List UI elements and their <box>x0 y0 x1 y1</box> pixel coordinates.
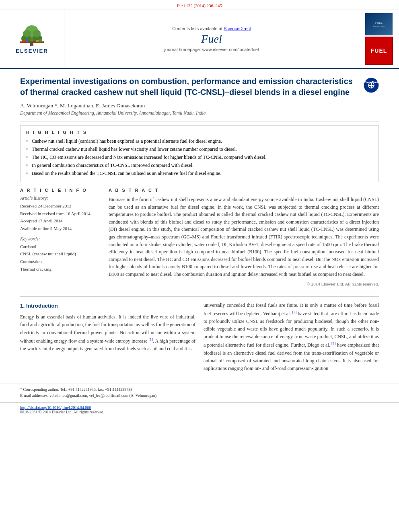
elsevier-logo-area: ELSEVIER <box>0 10 64 68</box>
affiliation: Department of Mechanical Engineering, An… <box>20 111 379 115</box>
section-heading: 1. Introduction <box>20 302 195 310</box>
article-info-heading: A R T I C L E I N F O <box>20 188 101 193</box>
highlights-list: Cashew nut shell liquid (cardanol) has b… <box>26 138 373 177</box>
highlight-item-3: The HC, CO emissions are decreased and N… <box>26 154 373 161</box>
keyword-1: Cardanol <box>20 243 101 251</box>
doi-link[interactable]: http://dx.doi.org/10.1016/j.fuel.2014.04… <box>20 405 91 410</box>
introduction-section: 1. Introduction Energy is an essential b… <box>20 296 379 376</box>
journal-citation: Fuel 132 (2014) 236–245 <box>177 3 222 8</box>
email-note: E-mail addresses: velathi.lec@gmail.com,… <box>20 392 379 398</box>
available-date: Available online 9 May 2014 <box>20 225 101 232</box>
svg-point-5 <box>23 30 31 37</box>
footer-doi[interactable]: http://dx.doi.org/10.1016/j.fuel.2014.04… <box>20 405 91 410</box>
fuel-cover: FUEL journal cover FUEL <box>365 13 393 65</box>
footer-issn: 0016-2361/© 2014 Elsevier Ltd. All right… <box>20 410 379 414</box>
svg-rect-9 <box>26 39 28 42</box>
homepage-label: journal homepage: www.elsevier.com/locat… <box>165 47 259 52</box>
fuel-cover-graphic: FUEL journal cover <box>365 13 393 35</box>
intro-right-text: universally conceded that fossil fuels a… <box>204 302 379 373</box>
ref-1[interactable]: [1] <box>149 337 153 341</box>
keywords-list: Cardanol CNSL (cashew nut shell liquid) … <box>20 243 101 273</box>
intro-right-col: universally conceded that fossil fuels a… <box>204 302 379 376</box>
article-history-heading: Article history: <box>20 196 101 201</box>
fuel-logo-text: FUEL <box>371 47 387 54</box>
highlight-item-5: Based on the results obtained the TC-CNS… <box>26 170 373 177</box>
journal-banner: ELSEVIER Contents lists available at Sci… <box>0 10 399 69</box>
section-number: 1. <box>20 303 25 309</box>
highlight-item-1: Cashew nut shell liquid (cardanol) has b… <box>26 138 373 145</box>
article-title-text: Experimental investigations on combustio… <box>20 76 358 98</box>
keyword-4: Thermal cracking <box>20 265 101 273</box>
keyword-2: CNSL (cashew nut shell liquid) <box>20 250 101 258</box>
journal-name: Fuel <box>201 33 222 45</box>
sciencedirect-label: Contents lists available at <box>172 26 222 31</box>
footer-line: http://dx.doi.org/10.1016/j.fuel.2014.04… <box>20 405 379 410</box>
sciencedirect-link-text: ScienceDirect <box>224 26 251 31</box>
divider-1 <box>20 121 379 121</box>
fuel-logo-area: FUEL journal cover FUEL <box>359 10 399 68</box>
main-content: Experimental investigations on combustio… <box>0 69 399 380</box>
divider-2 <box>20 292 379 292</box>
fuel-logo-box: FUEL <box>365 37 393 65</box>
highlights-heading: H I G H L I G H T S <box>26 130 373 135</box>
article-dates: Received 24 December 2013 Received in re… <box>20 202 101 232</box>
journal-header: Fuel 132 (2014) 236–245 <box>0 0 399 10</box>
elsevier-tree-icon <box>16 25 48 47</box>
intro-left-text: Energy is an essential basis of human ac… <box>20 313 195 353</box>
revised-date: Received in revised form 10 April 2014 <box>20 210 101 218</box>
journal-homepage: journal homepage: www.elsevier.com/locat… <box>165 47 259 52</box>
abstract-col: A B S T R A C T Biomass in the form of c… <box>109 188 379 286</box>
info-abstract-section: A R T I C L E I N F O Article history: R… <box>20 188 379 286</box>
keyword-3: Combustion <box>20 258 101 265</box>
footer-area: http://dx.doi.org/10.1016/j.fuel.2014.04… <box>0 403 399 417</box>
svg-point-6 <box>33 30 41 37</box>
article-info-col: A R T I C L E I N F O Article history: R… <box>20 188 101 286</box>
journal-info-center: Contents lists available at ScienceDirec… <box>64 10 359 68</box>
crossmark-icon: CrossMark <box>364 78 379 93</box>
copyright-line: © 2014 Elsevier Ltd. All rights reserved… <box>109 281 379 286</box>
authors-text: A. Velmurugan *, M. Loganathan, E. James… <box>20 103 145 109</box>
accepted-date: Accepted 17 April 2014 <box>20 217 101 225</box>
article-title-area: Experimental investigations on combustio… <box>20 76 379 98</box>
highlight-item-4: In general combustion characteristics of… <box>26 162 373 169</box>
highlight-item-2: Thermal cracked cashew nut shell liquid … <box>26 146 373 153</box>
received-date: Received 24 December 2013 <box>20 202 101 210</box>
sciencedirect-link[interactable]: ScienceDirect <box>224 26 251 31</box>
ref-3[interactable]: [3] <box>331 341 336 345</box>
keywords-heading: Keywords: <box>20 236 101 241</box>
crossmark-badge[interactable]: CrossMark <box>364 78 379 93</box>
abstract-heading: A B S T R A C T <box>109 188 379 193</box>
elsevier-wordmark: ELSEVIER <box>16 48 48 54</box>
elsevier-logo: ELSEVIER <box>16 25 48 54</box>
ref-2[interactable]: [2] <box>292 310 297 314</box>
abstract-text: Biomass in the form of cashew nut shell … <box>109 196 379 278</box>
fuel-cover-text: FUEL journal cover <box>373 21 385 27</box>
intro-left-col: 1. Introduction Energy is an essential b… <box>20 302 195 376</box>
authors-line: A. Velmurugan *, M. Loganathan, E. James… <box>20 103 379 109</box>
svg-rect-8 <box>22 40 25 42</box>
highlights-section: H I G H L I G H T S Cashew nut shell liq… <box>20 125 379 182</box>
introduction-two-col: 1. Introduction Energy is an essential b… <box>20 302 379 376</box>
sciencedirect-line: Contents lists available at ScienceDirec… <box>172 26 251 31</box>
svg-rect-10 <box>36 40 39 42</box>
section-title: Introduction <box>26 303 58 309</box>
corresponding-note: * Corresponding author. Tel.: +91 414224… <box>20 386 379 392</box>
svg-rect-11 <box>39 39 42 42</box>
footnote-section: * Corresponding author. Tel.: +91 414224… <box>0 384 399 398</box>
